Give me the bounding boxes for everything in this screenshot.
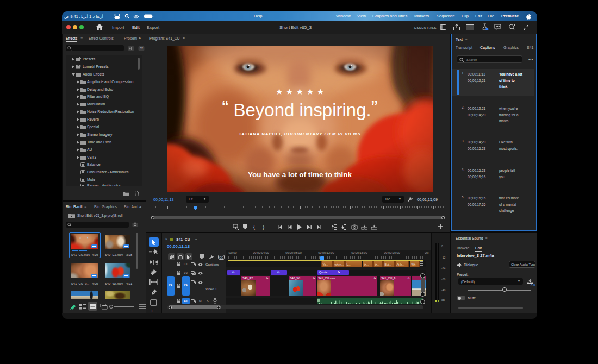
svg-text:CC: CC — [219, 256, 223, 259]
svg-text:}: } — [263, 224, 264, 230]
svg-text:32: 32 — [140, 47, 143, 50]
svg-text:{: { — [253, 224, 255, 230]
